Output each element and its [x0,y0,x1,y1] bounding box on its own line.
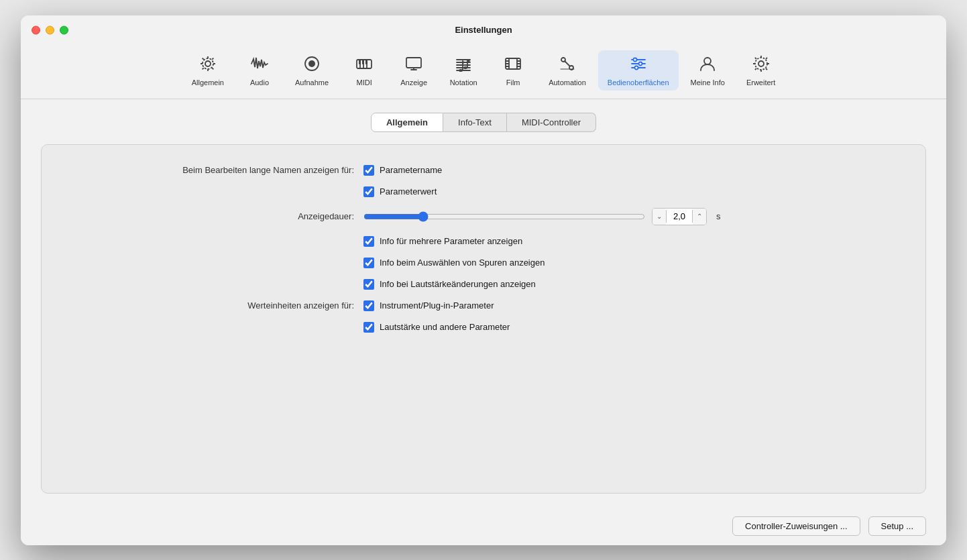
svg-rect-11 [406,58,421,68]
instrument-label: Instrument/Plug-in-Parameter [380,300,494,311]
info-lautstaerke-row: Info bei Lautstärkeänderungen anzeigen [363,279,536,290]
parametername-checkbox[interactable] [363,165,374,176]
anzeigedauer-label: Anzeigedauer: [68,211,363,221]
svg-rect-9 [362,60,364,64]
gear-icon [198,54,217,76]
beim-bearbeiten-label: Beim Bearbeiten lange Namen anzeigen für… [68,165,363,175]
waveform-icon [250,54,269,76]
toolbar-label-erweitert: Erweitert [746,78,775,87]
instrument-checkbox[interactable] [363,300,374,311]
toolbar-label-bedienoberflaechen: Bedienoberflächen [608,78,669,87]
toolbar-label-anzeige: Anzeige [400,78,427,87]
toolbar-item-film[interactable]: Film [490,50,536,91]
minimize-button[interactable] [46,25,54,34]
window-title: Einstellungen [455,25,512,35]
subtab-info-text[interactable]: Info-Text [443,113,507,132]
form-row-lautstaerke: Lautstärke und andere Parameter [68,322,899,333]
subtabs: Allgemein Info-Text MIDI-Controller [41,113,926,132]
info-mehrere-row: Info für mehrere Parameter anzeigen [363,236,522,247]
toolbar-item-allgemein[interactable]: Allgemein [182,50,233,91]
window: Einstellungen Allgemein Audio [21,15,946,545]
person-icon [698,54,717,76]
stepper-up-button[interactable]: ⌃ [693,209,706,225]
automation-icon [558,54,577,76]
instrument-row: Instrument/Plug-in-Parameter [363,300,494,311]
subtab-allgemein[interactable]: Allgemein [371,113,443,132]
monitor-icon [404,54,423,76]
subtab-midi-controller[interactable]: MIDI-Controller [507,113,596,132]
form-row-parametername: Beim Bearbeiten lange Namen anzeigen für… [68,165,899,176]
toolbar-label-notation: Notation [450,78,477,87]
svg-point-21 [463,66,467,69]
svg-point-44 [755,58,767,70]
svg-point-41 [634,66,638,69]
film-icon [504,54,522,76]
lautstaerke-checkbox[interactable] [363,322,374,333]
unit-label: s [716,211,721,221]
info-lautstaerke-checkbox[interactable] [363,279,374,290]
toolbar-label-midi: MIDI [357,78,372,87]
toolbar-item-bedienoberflaechen[interactable]: Bedienoberflächen [598,50,679,91]
svg-point-42 [704,58,711,64]
main-panel: Beim Bearbeiten lange Namen anzeigen für… [41,144,926,494]
parameterwert-row: Parameterwert [363,186,437,197]
info-auswaehlen-label: Info beim Auswählen von Spuren anzeigen [380,258,545,268]
svg-point-1 [203,58,213,69]
toolbar-label-aufnahme: Aufnahme [295,78,329,87]
anzeigedauer-stepper: ⌄ 2,0 ⌃ [652,208,707,225]
parametername-label: Parametername [380,165,442,175]
form-row-info-lautstaerke: Info bei Lautstärkeänderungen anzeigen [68,279,899,290]
toolbar-label-allgemein: Allgemein [192,78,224,87]
toolbar-item-anzeige[interactable]: Anzeige [390,50,437,91]
midi-icon [355,54,374,76]
info-mehrere-checkbox[interactable] [363,236,374,247]
form-row-instrument: Werteinheiten anzeigen für: Instrument/P… [68,300,899,311]
svg-point-19 [459,69,463,72]
setup-button[interactable]: Setup ... [868,516,926,536]
close-button[interactable] [32,25,40,34]
svg-point-3 [308,60,315,67]
form-row-parameterwert: Parameterwert [68,186,899,197]
parameterwert-label: Parameterwert [380,186,437,197]
toolbar-item-audio[interactable]: Audio [236,50,283,91]
toolbar-item-automation[interactable]: Automation [539,50,595,91]
traffic-lights [32,25,68,34]
svg-rect-10 [365,60,367,64]
svg-point-40 [638,62,642,65]
toolbar: Allgemein Audio Aufnahme [21,45,946,99]
slider-container: ⌄ 2,0 ⌃ s [363,208,721,225]
svg-point-39 [633,58,636,61]
parameterwert-checkbox[interactable] [363,186,374,197]
info-auswaehlen-row: Info beim Auswählen von Spuren anzeigen [363,258,545,268]
maximize-button[interactable] [60,25,68,34]
svg-rect-8 [359,60,361,64]
toolbar-item-notation[interactable]: Notation [440,50,487,91]
info-auswaehlen-checkbox[interactable] [363,258,374,268]
svg-point-0 [205,61,211,66]
form-row-info-auswaehlen: Info beim Auswählen von Spuren anzeigen [68,258,899,268]
svg-point-43 [758,61,764,66]
gear-advanced-icon [752,54,771,76]
toolbar-label-meine-info: Meine Info [691,78,725,87]
svg-line-34 [565,61,569,66]
footer: Controller-Zuweisungen ... Setup ... [21,507,946,545]
titlebar: Einstellungen [21,15,946,45]
controller-zuweisungen-button[interactable]: Controller-Zuweisungen ... [732,516,860,536]
toolbar-item-midi[interactable]: MIDI [341,50,388,91]
toolbar-label-audio: Audio [250,78,269,87]
toolbar-item-erweitert[interactable]: Erweitert [737,50,785,91]
form-row-anzeigedauer: Anzeigedauer: ⌄ 2,0 ⌃ s [68,208,899,225]
anzeigedauer-slider[interactable] [363,211,645,222]
lautstaerke-row: Lautstärke und andere Parameter [363,322,510,333]
parametername-row: Parametername [363,165,442,176]
toolbar-label-film: Film [506,78,520,87]
info-lautstaerke-label: Info bei Lautstärkeänderungen anzeigen [380,279,536,289]
content-area: Allgemein Info-Text MIDI-Controller Beim… [21,99,946,507]
sliders-icon [629,54,648,76]
toolbar-item-aufnahme[interactable]: Aufnahme [286,50,338,91]
stepper-down-button[interactable]: ⌄ [652,209,666,225]
toolbar-item-meine-info[interactable]: Meine Info [681,50,734,91]
stepper-value: 2,0 [666,210,693,223]
notation-icon [454,54,473,76]
record-icon [302,54,321,76]
